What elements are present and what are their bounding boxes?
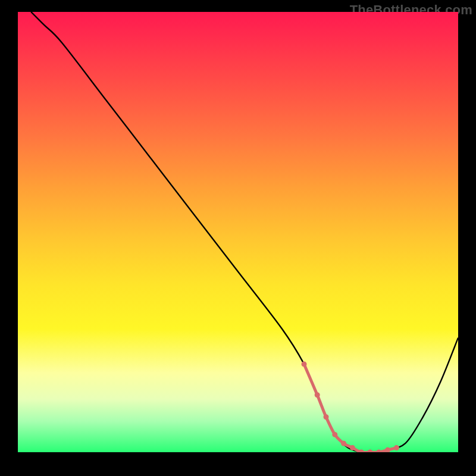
plot-area xyxy=(18,12,458,452)
svg-point-10 xyxy=(394,445,399,450)
chart-container: TheBottleneck.com xyxy=(0,0,476,476)
sweet-spot-markers xyxy=(302,362,399,453)
svg-point-8 xyxy=(376,450,381,453)
svg-point-3 xyxy=(332,432,337,437)
svg-point-2 xyxy=(324,414,329,419)
svg-point-0 xyxy=(302,362,307,367)
bottleneck-curve xyxy=(18,12,458,452)
svg-point-7 xyxy=(368,450,373,453)
curve-path xyxy=(31,12,458,452)
svg-point-5 xyxy=(350,445,355,450)
svg-point-1 xyxy=(315,392,320,397)
svg-point-4 xyxy=(341,441,346,446)
